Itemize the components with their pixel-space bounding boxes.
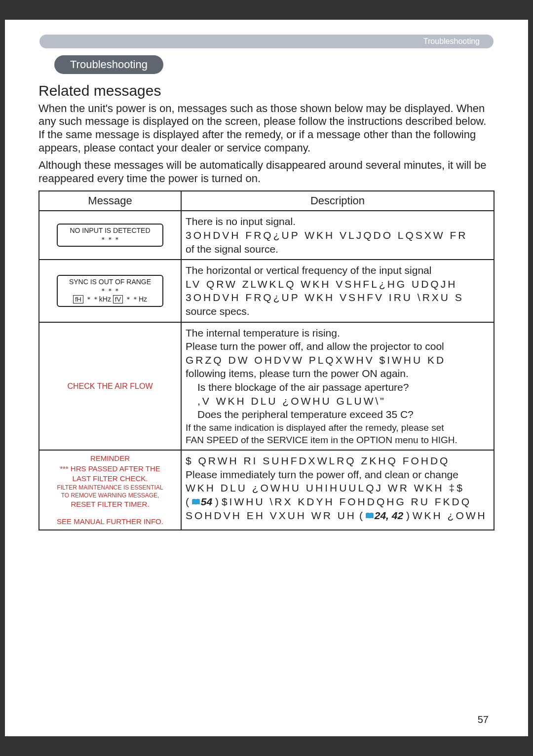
table-row: REMINDER *** HRS PASSED AFTER THE LAST F… — [39, 450, 494, 530]
desc-line-garbled: SOHDVH EH VXUH WR UH — [186, 510, 356, 521]
book-icon — [192, 498, 200, 505]
table-row: NO INPUT IS DETECTED ＊＊＊ There is no inp… — [39, 211, 494, 260]
desc-line: of the signal source. — [186, 243, 490, 256]
page-ref-num: 24, 42 — [375, 509, 403, 522]
table-row: SYNC IS OUT OF RANGE ＊＊＊ fH ＊＊kHz fV ＊＊H… — [39, 260, 494, 322]
page-ref: ( — [359, 510, 363, 521]
desc-line: FAN SPEED of the SERVICE item in the OPT… — [186, 434, 490, 446]
section-pill-label: Troubleshooting — [70, 58, 148, 71]
page-ref-num: 54 — [201, 495, 212, 508]
page-ref: ( — [186, 496, 189, 507]
page-ref: ) — [215, 496, 219, 507]
manual-page-link[interactable]: 24, 42 — [366, 509, 403, 522]
desc-line: Please immediately turn the power off, a… — [186, 468, 490, 481]
col-header-description: Description — [181, 191, 494, 211]
book-icon — [366, 512, 374, 519]
desc-line-bullet: Is there blockage of the air passage ape… — [186, 381, 490, 394]
desc-line-garbled: $ QRWH RI SUHFDXWLRQ ZKHQ FOHDQ — [186, 454, 490, 467]
osd-key: fH — [73, 295, 83, 303]
osd-red-text: LAST FILTER CHECK. — [43, 474, 177, 484]
page-title: Related messages — [38, 82, 495, 100]
manual-page-link[interactable]: 54 — [192, 495, 212, 508]
desc-line-garbled: 3OHDVH FRQ¿UP WKH VSHFV IRU \RXU S — [186, 291, 490, 304]
osd-line: ＊＊＊ — [100, 235, 120, 243]
osd-red-text: FILTER MAINTENANCE IS ESSENTIAL — [43, 484, 177, 491]
osd-val: ＊＊kHz — [85, 295, 111, 303]
desc-line-garbled: 3OHDVH FRQ¿UP WKH VLJQDO LQSXW FR — [186, 229, 490, 242]
breadcrumb-label: Troubleshooting — [423, 37, 480, 46]
osd-red-text: CHECK THE AIR FLOW — [43, 381, 177, 392]
page-ref: ) — [406, 510, 410, 521]
desc-line: following items, please turn the power O… — [186, 367, 490, 380]
desc-line: The horizontal or vertical frequency of … — [186, 264, 490, 277]
desc-line: There is no input signal. — [186, 215, 490, 228]
section-pill: Troubleshooting — [54, 55, 163, 74]
osd-red-text: SEE MANUAL FURTHER INFO. — [43, 517, 177, 527]
osd-line: ＊＊＊ — [100, 287, 120, 295]
osd-line: SYNC IS OUT OF RANGE — [69, 278, 151, 286]
osd-red-text: RESET FILTER TIMER. — [43, 499, 177, 509]
osd-red-text: *** HRS PASSED AFTER THE — [43, 464, 177, 474]
desc-line-garbled: WKH DLU ¿OWHU UHIHUULQJ WR WKH ‡$ — [186, 482, 490, 494]
osd-line: NO INPUT IS DETECTED — [70, 227, 150, 234]
osd-val: ＊＊Hz — [125, 295, 147, 303]
col-header-message: Message — [39, 191, 181, 211]
intro-paragraph-2: Although these messages will be automati… — [38, 159, 495, 186]
desc-line-garbled: $IWHU \RX KDYH FOHDQHG RU FKDQ — [222, 496, 471, 507]
desc-line: The internal temperature is rising. — [186, 327, 490, 340]
desc-line-garbled: GRZQ DW OHDVW PLQXWHV $IWHU KD — [186, 354, 490, 367]
osd-red-text: TO REMOVE WARNING MESSAGE, — [43, 491, 177, 499]
desc-line: Please turn the power off, and allow the… — [186, 340, 490, 353]
desc-line: source specs. — [186, 305, 490, 318]
intro-paragraph-1: When the unit's power is on, messages su… — [38, 102, 495, 155]
desc-line-garbled: WKH ¿OWH — [413, 510, 487, 521]
breadcrumb: Troubleshooting — [39, 35, 494, 48]
page-number: 57 — [478, 714, 489, 725]
osd-key: fV — [113, 295, 123, 303]
desc-line-garbled: LV QRW ZLWKLQ WKH VSHFL¿HG UDQJH — [186, 278, 490, 291]
desc-line-bullet-garbled: ,V WKH DLU ¿OWHU GLUW\" — [186, 395, 490, 408]
table-row: CHECK THE AIR FLOW The internal temperat… — [39, 322, 494, 451]
desc-line-bullet: Does the peripheral temperature exceed 3… — [186, 408, 490, 421]
osd-message-box: SYNC IS OUT OF RANGE ＊＊＊ fH ＊＊kHz fV ＊＊H… — [57, 275, 163, 307]
osd-message-box: NO INPUT IS DETECTED ＊＊＊ — [57, 224, 163, 247]
osd-red-text: REMINDER — [43, 454, 177, 463]
desc-line: If the same indication is displayed afte… — [186, 422, 490, 433]
messages-table: Message Description NO INPUT IS DETECTED… — [38, 190, 495, 530]
